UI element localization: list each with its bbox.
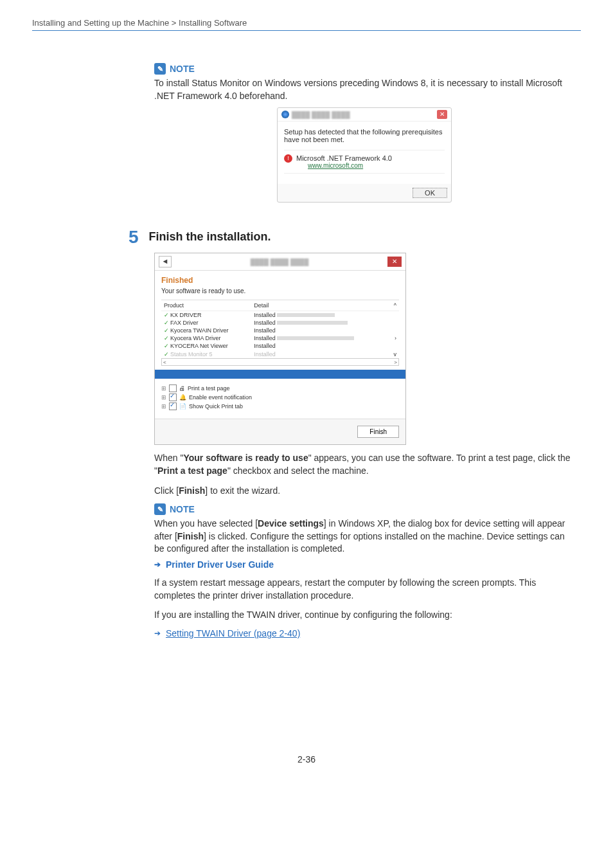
prereq-message: Setup has detected that the following pr… [284,128,445,143]
options-list: ⊞🖨Print a test page ⊞🔔Enable event notif… [161,383,399,416]
col-detail: Detail [251,300,387,311]
close-icon[interactable]: ✕ [437,110,447,119]
ms-link[interactable]: www.microsoft.com [308,162,445,169]
install-wizard: ◄ ████ ████ ████ ✕ Finished Your softwar… [154,253,406,445]
wizard-title-blur: ████ ████ ████ [251,258,309,266]
para-ready: When "Your software is ready to use" app… [154,451,574,478]
blue-band [155,370,405,379]
note-block-2: ✎ NOTE When you have selected [Device se… [154,503,574,570]
ready-text: Your software is ready to use. [161,287,399,294]
arrow-icon: ➔ [154,560,161,569]
para-twain-intro: If you are installing the TWAIN driver, … [154,608,574,621]
note-block-1: ✎ NOTE To install Status Monitor on Wind… [154,63,574,203]
arrow-icon: ➔ [154,629,161,638]
back-button[interactable]: ◄ [159,256,172,267]
note1-text: To install Status Monitor on Windows ver… [154,77,574,102]
page-icon: 📄 [179,403,186,410]
note2-text: When you have selected [Device settings]… [154,518,574,556]
note-label: NOTE [170,64,195,74]
note-label: NOTE [170,504,195,514]
twain-link: Setting TWAIN Driver (page 2-40) [166,628,300,638]
dialog-title-blur: ████ ████ ████ [292,111,350,118]
opt-quick-print[interactable]: ⊞📄Show Quick Print tab [161,402,399,411]
warning-icon: ! [284,154,292,163]
breadcrumb: Installing and Setting up the Machine > … [32,18,581,28]
printer-guide-link[interactable]: ➔ Printer Driver User Guide [154,559,574,570]
product-table: Product Detail ^ ✓KX DRIVERInstalled ✓FA… [161,300,399,366]
close-icon[interactable]: ✕ [387,257,402,267]
header-rule [32,30,581,31]
page-number: 2-36 [32,754,581,764]
finished-heading: Finished [161,276,399,285]
step-number: 5 [129,228,139,246]
note-icon: ✎ [154,503,166,515]
step-title: Finish the installation. [149,230,271,244]
bell-icon: 🔔 [179,394,186,401]
prereq-item: Microsoft .NET Framework 4.0 [296,154,445,162]
note-icon: ✎ [154,63,166,75]
opt-print-test[interactable]: ⊞🖨Print a test page [161,384,399,393]
col-product: Product [161,300,251,311]
prereq-dialog: ████ ████ ████ ✕ Setup has detected that… [277,107,452,203]
para-click-finish: Click [Finish] to exit the wizard. [154,484,574,497]
twain-link-row[interactable]: ➔ Setting TWAIN Driver (page 2-40) [154,628,574,638]
printer-icon: 🖨 [179,385,185,392]
ok-button[interactable]: OK [413,188,447,198]
opt-event-notif[interactable]: ⊞🔔Enable event notification [161,393,399,402]
para-restart: If a system restart message appears, res… [154,576,574,602]
dialog-app-icon [281,111,289,118]
finish-button[interactable]: Finish [357,426,399,438]
